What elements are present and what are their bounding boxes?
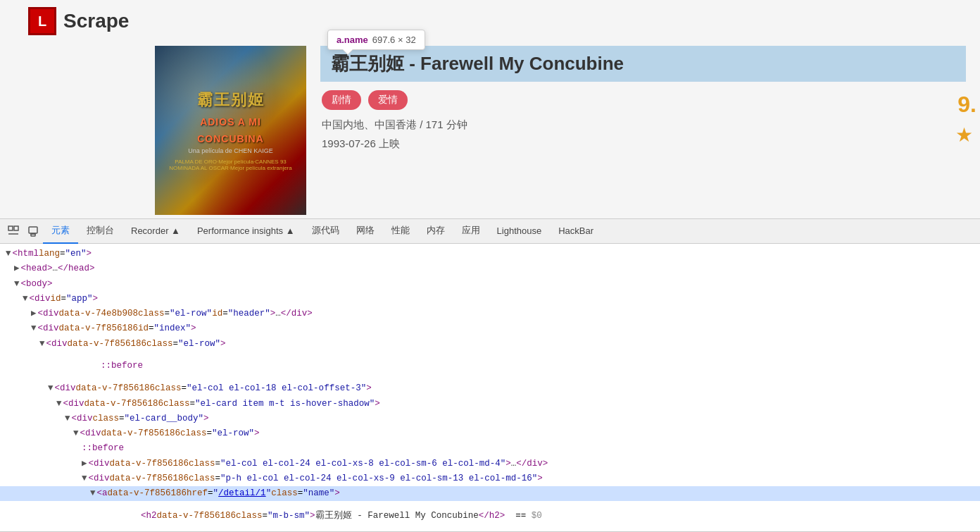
poster-subtitle: Una película de CHEN KAIGE [188,147,273,154]
tooltip-arrow-inner [343,49,353,54]
devtools-tabs: 元素 控制台 Recorder ▲ Performance insights ▲… [0,219,980,244]
toggle-icon[interactable]: ▼ [90,486,96,501]
tab-console[interactable]: 控制台 [78,219,122,244]
tree-line: ::before [0,352,980,382]
toggle-icon[interactable]: ▼ [48,381,54,396]
tree-line: ::before [0,441,980,456]
svg-rect-0 [8,226,13,230]
tree-line[interactable]: ▶<div data-v-74e8b908 class="el-row" id=… [0,307,980,321]
tab-network[interactable]: 网络 [348,219,383,244]
tree-line[interactable]: ▼<body> [0,277,980,292]
poster-title-zh: 霸王别姬 [197,89,265,111]
tab-recorder[interactable]: Recorder ▲ [122,219,189,244]
movie-tags: 剧情 爱情 [320,90,966,110]
devtools-panel: 元素 控制台 Recorder ▲ Performance insights ▲… [0,218,980,532]
tab-memory[interactable]: 内存 [418,219,453,244]
tree-line[interactable]: ▶<div data-v-7f856186 class="el-col el-c… [0,457,980,471]
poster-title-es: ADIOS A MI [200,116,261,128]
inspect-element-button[interactable] [4,221,23,241]
poster-award: PALMA DE ORO·Mejor película·CANNES 93NOM… [169,159,291,171]
site-logo: L Scrape [14,7,143,35]
movie-rating: 9. [957,92,980,118]
tree-line[interactable]: ▼<div data-v-7f856186 class="el-col el-c… [0,381,980,396]
device-toolbar-button[interactable] [23,221,43,241]
tab-application[interactable]: 应用 [453,219,489,244]
tag-drama: 剧情 [322,90,361,110]
toggle-icon[interactable]: ▼ [73,426,79,441]
tree-line[interactable]: ▼<html lang="en"> [0,247,980,261]
tooltip-tag: a.name [337,35,368,45]
svg-rect-3 [29,227,37,233]
toggle-icon[interactable]: ▼ [56,397,62,412]
tree-line[interactable]: ▶<head>…</head> [0,261,980,276]
tree-line[interactable]: ▼<div data-v-7f856186 class="el-row"> [0,337,980,352]
tree-line-selected[interactable]: ▼<a data-v-7f856186 href="/detail/1" cla… [0,486,980,501]
toggle-icon[interactable]: ▶ [14,261,20,276]
html-tree: ▼<html lang="en"> ▶<head>…</head> ▼<body… [0,244,980,531]
toggle-icon[interactable]: ▼ [65,412,70,426]
star-icon: ★ [955,123,973,147]
toggle-icon[interactable]: ▼ [82,471,87,486]
tree-line[interactable]: ▼<div data-v-7f856186 class="el-card ite… [0,397,980,412]
svg-rect-1 [14,226,18,230]
movie-poster: 霸王别姬 ADIOS A MI CONCUBINA Una película d… [155,46,306,215]
element-tooltip: a.name 697.6 × 32 [327,30,425,50]
movie-title: 霸王别姬 - Farewell My Concubine [331,53,624,74]
toggle-icon[interactable]: ▼ [39,337,45,352]
logo-text: Scrape [63,10,129,32]
tab-performance[interactable]: 性能 [383,219,418,244]
logo-icon: L [28,7,56,35]
toggle-icon[interactable]: ▶ [82,457,87,471]
movie-card: 霸王别姬 ADIOS A MI CONCUBINA Una película d… [155,46,980,215]
tree-line[interactable]: ▼<div id="app"> [0,292,980,307]
tree-line[interactable]: ▼<div class="el-card__body"> [0,412,980,426]
toggle-icon[interactable]: ▼ [6,247,11,261]
movie-title-bar: 霸王别姬 - Farewell My Concubine [320,46,966,82]
tag-romance: 爱情 [368,90,408,110]
tab-hackbar[interactable]: HackBar [550,219,602,244]
poster-title-es2: CONCUBINA [197,133,264,144]
poster-overlay [155,46,306,215]
toggle-icon[interactable]: ▼ [23,292,28,307]
toggle-icon[interactable]: ▼ [14,277,20,292]
tree-line[interactable]: ▼<div data-v-7f856186 class="el-row"> [0,426,980,441]
tree-line[interactable]: <h2 data-v-7f856186 class="m-b-sm">霸王别姬 … [0,501,980,531]
movie-release-date: 1993-07-26 上映 [320,137,966,151]
tab-elements[interactable]: 元素 [43,219,78,244]
tree-line[interactable]: ▼<div data-v-7f856186 id="index"> [0,321,980,336]
tooltip-size: 697.6 × 32 [372,35,416,45]
movie-meta-region: 中国内地、中国香港 / 171 分钟 [320,118,966,132]
tree-line[interactable]: ▼<div data-v-7f856186 class="p-h el-col … [0,471,980,486]
toggle-icon[interactable]: ▶ [31,307,37,321]
tab-performance-insights[interactable]: Performance insights ▲ [189,219,303,244]
webpage-preview: L Scrape a.name 697.6 × 32 霸王别姬 ADIOS A … [0,0,980,218]
tab-lighthouse[interactable]: Lighthouse [489,219,551,244]
movie-info: 霸王别姬 - Farewell My Concubine 剧情 爱情 中国内地、… [306,46,980,151]
tab-source[interactable]: 源代码 [303,219,348,244]
toggle-icon[interactable]: ▼ [31,321,37,336]
